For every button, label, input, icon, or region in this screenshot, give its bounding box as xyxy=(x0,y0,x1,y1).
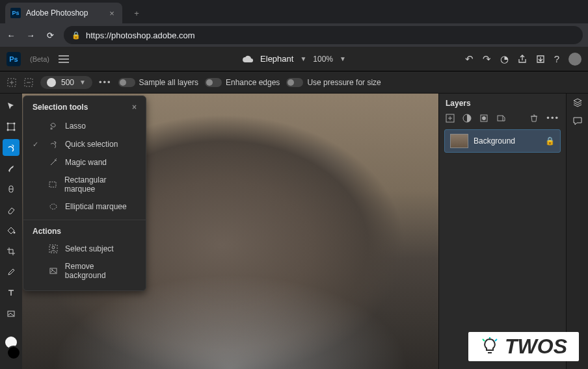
canvas[interactable]: Selection tools × Lasso ✓ Quick selectio… xyxy=(22,94,438,369)
hamburger-menu-icon[interactable] xyxy=(59,55,69,63)
lasso-icon xyxy=(48,121,59,131)
svg-line-28 xyxy=(483,339,485,341)
select-subject-label: Select subject xyxy=(65,244,114,253)
popup-close-icon[interactable]: × xyxy=(132,103,137,112)
move-tool[interactable] xyxy=(3,97,20,114)
export-icon[interactable] xyxy=(536,55,545,64)
watermark-text: TWOS xyxy=(505,335,567,359)
reload-icon[interactable]: ⟳ xyxy=(44,31,56,40)
brush-preview-icon xyxy=(47,78,56,87)
background-color-swatch[interactable] xyxy=(7,346,21,360)
cloud-icon xyxy=(242,55,254,63)
svg-point-12 xyxy=(14,232,16,234)
bulb-icon xyxy=(480,337,500,357)
rect-marquee-label: Rectangular marquee xyxy=(64,175,137,194)
svg-rect-26 xyxy=(498,116,503,121)
sample-all-layers-toggle[interactable] xyxy=(118,78,135,87)
comments-rail-icon[interactable] xyxy=(572,116,583,126)
lasso-item[interactable]: Lasso xyxy=(23,117,146,135)
quick-selection-item[interactable]: ✓ Quick selection xyxy=(23,135,146,153)
options-bar: 500 ▼ ••• Sample all layers Enhance edge… xyxy=(0,71,588,94)
svg-point-19 xyxy=(51,269,53,270)
background-layer[interactable]: Background 🔒 xyxy=(444,129,561,153)
doc-chevron-down-icon[interactable]: ▼ xyxy=(300,55,306,62)
select-subject-item[interactable]: Select subject xyxy=(23,240,146,258)
healing-tool[interactable] xyxy=(3,181,20,197)
rect-marquee-item[interactable]: Rectangular marquee xyxy=(23,172,146,197)
browser-tab-strip: Ps Adobe Photoshop × + xyxy=(0,0,588,23)
transform-tool[interactable] xyxy=(3,118,20,135)
layer-name: Background xyxy=(474,136,540,146)
url-text: https://photoshop.adobe.com xyxy=(86,31,195,40)
svg-point-16 xyxy=(52,246,55,249)
zoom-chevron-down-icon[interactable]: ▼ xyxy=(340,55,346,62)
photoshop-app: Ps (Beta) Elephant ▼ 100% ▼ ↶ ↷ ◔ ? xyxy=(0,47,588,369)
smart-object-icon[interactable] xyxy=(496,114,505,123)
remove-background-item[interactable]: Remove background xyxy=(23,258,146,284)
ellipse-marquee-item[interactable]: Elliptical marquee xyxy=(23,197,146,216)
svg-rect-14 xyxy=(49,182,56,187)
timer-icon[interactable]: ◔ xyxy=(500,53,509,65)
lock-icon[interactable]: 🔒 xyxy=(545,136,555,146)
subtract-selection-icon[interactable] xyxy=(23,77,34,88)
select-subject-icon xyxy=(48,244,59,254)
new-tab-button[interactable]: + xyxy=(127,4,146,22)
svg-point-25 xyxy=(482,116,486,120)
undo-icon[interactable]: ↶ xyxy=(465,53,474,65)
layers-more-icon[interactable]: ••• xyxy=(546,113,559,123)
forward-icon[interactable]: → xyxy=(25,31,36,40)
close-tab-icon[interactable]: × xyxy=(107,8,117,18)
layers-rail-icon[interactable] xyxy=(572,97,583,108)
document-name[interactable]: Elephant xyxy=(260,54,293,64)
more-options-icon[interactable]: ••• xyxy=(99,77,112,87)
zoom-level[interactable]: 100% xyxy=(313,55,333,64)
eraser-tool[interactable] xyxy=(3,201,20,218)
tab-title: Adobe Photoshop xyxy=(26,8,101,18)
svg-point-9 xyxy=(14,129,16,131)
back-icon[interactable]: ← xyxy=(5,31,17,40)
remove-background-icon xyxy=(48,266,59,276)
magic-wand-label: Magic wand xyxy=(65,158,107,167)
watermark: TWOS xyxy=(468,332,579,361)
brush-tool[interactable] xyxy=(3,160,20,177)
magic-wand-item[interactable]: Magic wand xyxy=(23,153,146,172)
quick-selection-icon xyxy=(48,139,59,149)
use-pressure-toggle[interactable] xyxy=(286,78,303,87)
user-avatar[interactable] xyxy=(568,53,581,66)
tool-rail xyxy=(0,94,22,369)
popup-section-tools: Selection tools xyxy=(33,103,88,112)
ellipse-marquee-icon xyxy=(48,201,59,212)
eyedropper-tool[interactable] xyxy=(3,264,20,281)
quick-selection-label: Quick selection xyxy=(65,140,118,149)
svg-point-6 xyxy=(7,123,9,125)
brush-size-selector[interactable]: 500 ▼ xyxy=(40,76,92,89)
selection-tool[interactable] xyxy=(3,139,20,156)
place-tool[interactable] xyxy=(3,305,20,322)
fill-tool[interactable] xyxy=(3,222,20,239)
mask-icon[interactable] xyxy=(479,114,488,123)
url-bar[interactable]: 🔒 https://photoshop.adobe.com xyxy=(64,26,583,44)
beta-label: (Beta) xyxy=(30,55,49,63)
magic-wand-icon xyxy=(48,157,59,168)
type-tool[interactable] xyxy=(3,285,20,301)
rect-marquee-icon xyxy=(47,179,57,190)
selection-tools-popup: Selection tools × Lasso ✓ Quick selectio… xyxy=(23,95,146,291)
help-icon[interactable]: ? xyxy=(554,53,559,64)
quick-selection-check: ✓ xyxy=(33,140,42,149)
enhance-edges-toggle[interactable] xyxy=(205,78,222,87)
redo-icon[interactable]: ↷ xyxy=(483,53,491,65)
share-icon[interactable] xyxy=(518,55,527,64)
use-pressure-label: Use pressure for size xyxy=(307,78,381,87)
new-selection-icon[interactable] xyxy=(7,77,17,88)
remove-background-label: Remove background xyxy=(65,262,137,280)
layers-panel-tools: ••• xyxy=(439,113,566,129)
main-area: Selection tools × Lasso ✓ Quick selectio… xyxy=(0,94,588,369)
ps-logo-icon[interactable]: Ps xyxy=(7,52,21,66)
brush-size-value: 500 xyxy=(61,78,74,87)
browser-tab[interactable]: Ps Adobe Photoshop × xyxy=(5,3,122,23)
add-layer-icon[interactable] xyxy=(446,114,455,123)
ps-favicon: Ps xyxy=(10,8,21,18)
trash-icon[interactable] xyxy=(529,114,539,123)
crop-tool[interactable] xyxy=(3,243,20,260)
adjustment-layer-icon[interactable] xyxy=(462,114,472,123)
